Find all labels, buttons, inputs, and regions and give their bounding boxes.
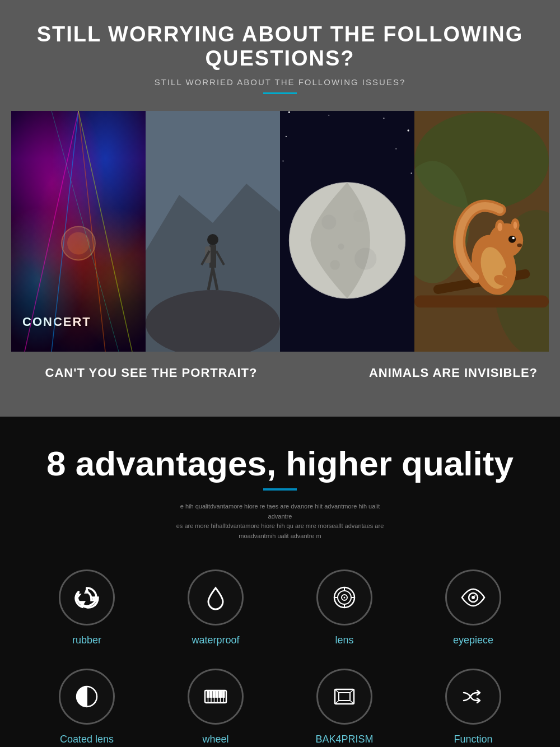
svg-point-59 [344,596,346,598]
question-left: CAN'T YOU SEE THE PORTRAIT? [22,366,280,380]
icon-circle-lens [316,569,372,625]
waterproof-label: waterproof [192,634,239,646]
svg-point-47 [508,236,516,243]
sub-heading: STILL WORRIED ABOUT THE FOLLOWING ISSUES… [11,77,549,87]
svg-rect-81 [222,690,225,698]
svg-point-27 [410,172,412,174]
image-cell-concert: CONCERT [11,111,146,352]
svg-point-6 [67,232,90,255]
svg-point-21 [383,118,384,119]
svg-point-23 [328,115,329,116]
coated-lens-label: Coated lens [60,734,114,745]
bak4prism-icon [330,683,358,711]
lens-icon [330,583,358,611]
advantages-heading: 8 advantages, higher quality [11,445,549,483]
desc-text: e hih qualitdvantamore hiore re taes are… [168,502,392,541]
svg-rect-78 [213,690,216,698]
animal-bg: ANIMAL [414,111,549,352]
icon-circle-wheel [188,669,244,725]
icon-cell-bak4prism: BAK4PRISM [286,669,403,745]
svg-point-45 [497,223,502,231]
svg-point-22 [286,136,287,137]
icon-cell-wheel: wheel [157,669,274,745]
eyepiece-label: eyepiece [453,634,493,646]
advantages-accent [263,488,297,491]
icon-cell-waterproof: waterproof [157,569,274,646]
svg-point-48 [512,237,515,239]
wheel-label: wheel [202,734,228,745]
rubber-icon [73,583,101,611]
icon-circle-waterproof [188,569,244,625]
svg-point-10 [207,234,218,245]
svg-rect-79 [216,690,219,698]
rubber-label: rubber [72,634,101,646]
icon-cell-eyepiece: eyepiece [414,569,532,646]
wheel-icon [202,683,230,711]
questions-row: CAN'T YOU SEE THE PORTRAIT? ANIMALS ARE … [11,352,549,400]
icons-grid: rubber waterproof [28,569,532,745]
icon-circle-eyepiece [445,569,501,625]
waterproof-icon [202,583,230,611]
svg-point-18 [288,111,290,113]
svg-point-25 [395,148,396,150]
svg-point-46 [514,222,517,229]
icon-cell-function: Function [414,669,532,745]
svg-point-66 [474,595,476,596]
icon-circle-function [445,669,501,725]
question-right: ANIMALS ARE INVISIBLE? [280,366,538,380]
image-cell-animal: ANIMAL [414,111,549,352]
eyepiece-icon [459,583,487,611]
svg-rect-80 [219,690,222,698]
image-grid: CONCERT [11,111,549,352]
accent-line [263,92,297,94]
starry-bg: STARRY SKY [280,111,414,352]
svg-point-24 [407,129,409,131]
svg-rect-77 [210,690,213,698]
svg-rect-76 [207,690,209,698]
svg-point-26 [282,160,283,161]
concert-bg: CONCERT [11,111,146,352]
bottom-section: 8 advantages, higher quality e hih quali… [0,417,560,747]
icon-circle-coated-lens [59,669,115,725]
image-cell-mountaineering: MOUNTAINEERING [146,111,280,352]
bak4prism-label: BAK4PRISM [315,734,373,745]
svg-rect-83 [339,693,350,701]
icon-cell-coated-lens: Coated lens [28,669,146,745]
icon-cell-lens: lens [286,569,403,646]
concert-laser [11,111,146,352]
coated-lens-icon [73,683,101,711]
mountain-bg: MOUNTAINEERING [146,111,280,352]
icon-circle-rubber [59,569,115,625]
function-label: Function [454,734,492,745]
lens-label: lens [335,634,353,646]
svg-point-49 [517,244,522,248]
icon-cell-rubber: rubber [28,569,146,646]
image-cell-starry: STARRY SKY [280,111,414,352]
function-icon [459,683,487,711]
icon-circle-bak4prism [316,669,372,725]
main-heading: STILL WORRYING ABOUT THE FOLLOWING QUEST… [11,22,549,71]
top-section: STILL WORRYING ABOUT THE FOLLOWING QUEST… [0,0,560,417]
svg-rect-39 [414,296,549,308]
